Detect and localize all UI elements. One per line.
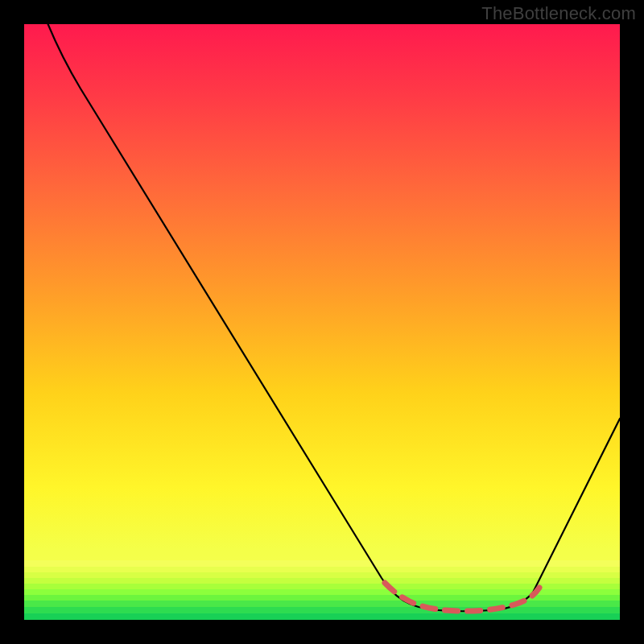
svg-rect-1 — [24, 560, 620, 567]
svg-rect-9 — [24, 607, 620, 613]
svg-rect-8 — [24, 601, 620, 607]
svg-rect-10 — [24, 613, 620, 620]
watermark-text: TheBottleneck.com — [481, 3, 636, 24]
bottom-gradient-bands — [24, 560, 620, 620]
plot-background — [24, 24, 620, 620]
bottleneck-chart — [0, 0, 644, 644]
svg-rect-2 — [24, 567, 620, 572]
chart-frame: TheBottleneck.com — [0, 0, 644, 644]
svg-rect-4 — [24, 578, 620, 584]
svg-rect-3 — [24, 572, 620, 578]
svg-rect-5 — [24, 584, 620, 589]
